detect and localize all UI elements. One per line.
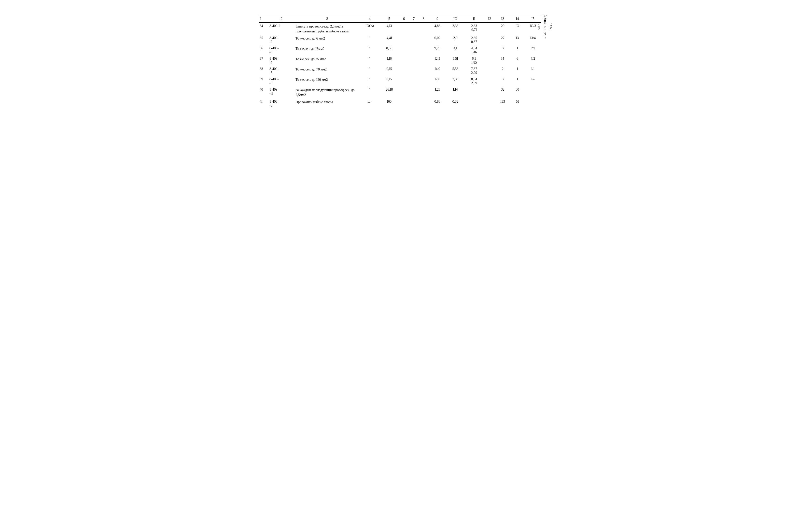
row-8-col-3: Проложить гибкие вводы [295,98,360,109]
row-5-col-13: 2 [495,66,510,76]
side-label-middle: - I-4IC.86 уIII(2) [543,15,548,39]
row-4-col-5: I,I6 [379,56,399,66]
row-5-col-9: I4,0 [428,66,446,76]
row-3-col-8 [418,45,428,56]
row-5-col-12 [484,66,495,76]
row-5-col-2: 8-409- -5 [269,66,295,76]
row-4-col-14: 6 [510,56,525,66]
row-6-col-8 [418,76,428,86]
header-col-6: 6 [399,15,409,23]
side-label-bottom: ' 93 - [549,23,553,30]
table-row: 368-409- -3То же,сеч. до I6мм2"0,369,294… [259,45,541,56]
row-6-col-10: 7,33 [446,76,464,86]
row-8-col-2: 8-408- -3 [269,98,295,109]
row-8-col-6 [399,98,409,109]
row-3-col-12 [484,45,495,56]
row-5-col-11: 7,872,29 [464,66,484,76]
row-4-col-2: 8-409- -4 [269,56,295,66]
row-7-col-8 [418,86,428,98]
row-6-col-5: 0,I5 [379,76,399,86]
row-3-col-9: 9,29 [428,45,446,56]
row-2-col-3: То же, сеч. до 6 мм2 [295,35,360,45]
row-8-col-15 [524,98,541,109]
header-col-2: 2 [269,15,295,23]
row-5-col-1: 38 [259,66,269,76]
row-2-col-2: 8-409- -2 [269,35,295,45]
row-7-col-5: 26,I8 [379,86,399,98]
header-col-4: 4 [360,15,379,23]
row-6-col-11: 8,942,59 [464,76,484,86]
row-1-col-12 [484,23,495,35]
row-6-col-9: I7,0 [428,76,446,86]
row-1-col-4: IOOм [360,23,379,35]
row-3-col-14: I [510,45,525,56]
row-8-col-5: I60 [379,98,399,109]
row-8-col-13: I33 [495,98,510,109]
row-1-col-5: 4,I3 [379,23,399,35]
row-4-col-8 [418,56,428,66]
row-4-col-4: " [360,56,379,66]
row-6-col-15: I/- [524,76,541,86]
row-1-col-14: IO [510,23,525,35]
row-3-col-2: 8-409- -3 [269,45,295,56]
row-2-col-10: 2,9 [446,35,464,45]
header-col-11: II [464,15,484,23]
row-3-col-10: 4,I [446,45,464,56]
row-5-col-10: 5,58 [446,66,464,76]
row-6-col-4: " [360,76,379,86]
row-5-col-6 [399,66,409,76]
row-1-col-8 [418,23,428,35]
row-1-col-7 [409,23,419,35]
main-table: I 2 3 4 5 6 7 8 9 IO II I2 I3 I4 I5 348-… [259,15,541,109]
row-8-col-1: 4I [259,98,269,109]
row-1-col-11: 2,330,7I [464,23,484,35]
row-2-col-6 [399,35,409,45]
row-3-col-3: То же,сеч. до I6мм2 [295,45,360,56]
row-8-col-12 [484,98,495,109]
row-8-col-14: 5I [510,98,525,109]
side-label: 503 - I-4IC.86 уIII(2) ' 93 - [537,15,553,39]
header-col-8: 8 [418,15,428,23]
row-3-col-15: 2/I [524,45,541,56]
row-5-col-14: I [510,66,525,76]
row-2-col-5: 4,4I [379,35,399,45]
row-8-col-10: 0,32 [446,98,464,109]
row-4-col-7 [409,56,419,66]
row-2-col-1: 35 [259,35,269,45]
row-6-col-2: 8-409- -6 [269,76,295,86]
row-5-col-5: 0,I5 [379,66,399,76]
row-7-col-9: I,2I [428,86,446,98]
row-2-col-9: 6,02 [428,35,446,45]
row-7-col-4: " [360,86,379,98]
row-3-col-13: 3 [495,45,510,56]
row-7-col-6 [399,86,409,98]
row-6-col-7 [409,76,419,86]
row-7-col-11 [464,86,484,98]
table-row: 378-409- -4То же,сеч. до 35 мм2"I,I6I2,3… [259,56,541,66]
row-4-col-13: I4 [495,56,510,66]
table-row: 348-409-IЗатянуть провод сеч.до 2,5мм2 в… [259,23,541,35]
header-col-7: 7 [409,15,419,23]
row-6-col-1: 39 [259,76,269,86]
row-5-col-7 [409,66,419,76]
row-8-col-11 [464,98,484,109]
row-1-col-3: Затянуть провод сеч.до 2,5мм2 в проложен… [295,23,360,35]
row-7-col-15 [524,86,541,98]
row-2-col-11: 2,850,87 [464,35,484,45]
row-3-col-5: 0,36 [379,45,399,56]
row-6-col-6 [399,76,409,86]
row-7-col-7 [409,86,419,98]
row-4-col-1: 37 [259,56,269,66]
row-8-col-9: 0,83 [428,98,446,109]
row-2-col-8 [418,35,428,45]
row-7-col-10: I,I4 [446,86,464,98]
header-row: I 2 3 4 5 6 7 8 9 IO II I2 I3 I4 I5 [259,15,541,23]
row-4-col-15: 7/2 [524,56,541,66]
row-8-col-4: шт [360,98,379,109]
header-col-3: 3 [295,15,360,23]
table-row: 398-409- -6То же, сеч. до I20 мм2"0,I5I7… [259,76,541,86]
row-1-col-13: 20 [495,23,510,35]
table-row: 358-409- -2То же, сеч. до 6 мм2"4,4I6,02… [259,35,541,45]
row-1-col-9: 4,88 [428,23,446,35]
row-8-col-8 [418,98,428,109]
